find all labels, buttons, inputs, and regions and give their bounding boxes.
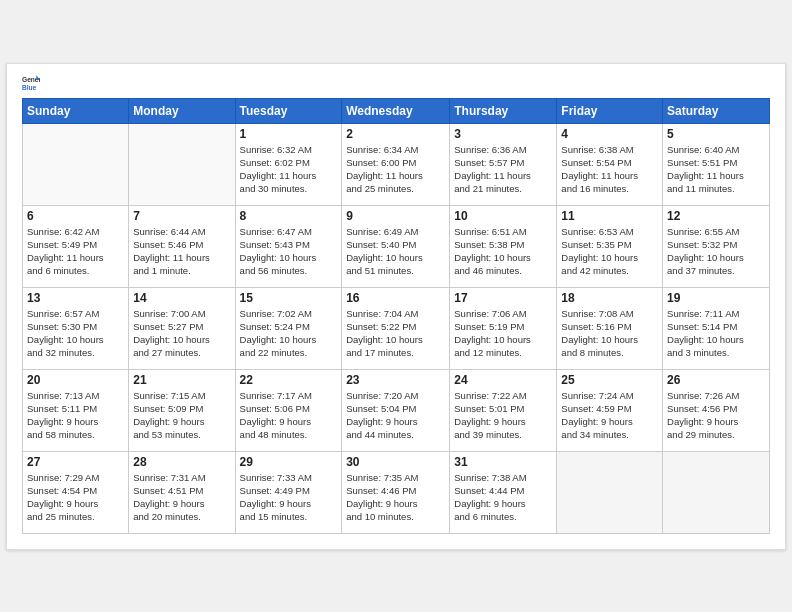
day-number: 21 xyxy=(133,373,230,387)
day-info: Sunrise: 7:38 AM Sunset: 4:44 PM Dayligh… xyxy=(454,471,552,524)
day-number: 30 xyxy=(346,455,445,469)
calendar-cell: 31Sunrise: 7:38 AM Sunset: 4:44 PM Dayli… xyxy=(450,451,557,533)
day-number: 22 xyxy=(240,373,338,387)
day-info: Sunrise: 7:33 AM Sunset: 4:49 PM Dayligh… xyxy=(240,471,338,524)
day-number: 7 xyxy=(133,209,230,223)
day-info: Sunrise: 7:22 AM Sunset: 5:01 PM Dayligh… xyxy=(454,389,552,442)
calendar-cell: 4Sunrise: 6:38 AM Sunset: 5:54 PM Daylig… xyxy=(557,123,663,205)
calendar-cell: 14Sunrise: 7:00 AM Sunset: 5:27 PM Dayli… xyxy=(129,287,235,369)
calendar-cell: 26Sunrise: 7:26 AM Sunset: 4:56 PM Dayli… xyxy=(663,369,770,451)
day-info: Sunrise: 7:24 AM Sunset: 4:59 PM Dayligh… xyxy=(561,389,658,442)
calendar-cell xyxy=(23,123,129,205)
day-info: Sunrise: 6:44 AM Sunset: 5:46 PM Dayligh… xyxy=(133,225,230,278)
calendar-cell: 30Sunrise: 7:35 AM Sunset: 4:46 PM Dayli… xyxy=(342,451,450,533)
day-info: Sunrise: 6:34 AM Sunset: 6:00 PM Dayligh… xyxy=(346,143,445,196)
day-info: Sunrise: 6:40 AM Sunset: 5:51 PM Dayligh… xyxy=(667,143,765,196)
weekday-header-saturday: Saturday xyxy=(663,98,770,123)
calendar-cell: 8Sunrise: 6:47 AM Sunset: 5:43 PM Daylig… xyxy=(235,205,342,287)
day-number: 15 xyxy=(240,291,338,305)
calendar-table: SundayMondayTuesdayWednesdayThursdayFrid… xyxy=(22,98,770,534)
weekday-header-wednesday: Wednesday xyxy=(342,98,450,123)
day-number: 20 xyxy=(27,373,124,387)
day-number: 16 xyxy=(346,291,445,305)
day-info: Sunrise: 7:06 AM Sunset: 5:19 PM Dayligh… xyxy=(454,307,552,360)
day-number: 27 xyxy=(27,455,124,469)
svg-text:Blue: Blue xyxy=(22,83,37,90)
calendar-cell: 1Sunrise: 6:32 AM Sunset: 6:02 PM Daylig… xyxy=(235,123,342,205)
calendar-cell: 24Sunrise: 7:22 AM Sunset: 5:01 PM Dayli… xyxy=(450,369,557,451)
day-number: 9 xyxy=(346,209,445,223)
day-number: 4 xyxy=(561,127,658,141)
calendar-cell: 12Sunrise: 6:55 AM Sunset: 5:32 PM Dayli… xyxy=(663,205,770,287)
day-info: Sunrise: 7:29 AM Sunset: 4:54 PM Dayligh… xyxy=(27,471,124,524)
calendar-cell: 16Sunrise: 7:04 AM Sunset: 5:22 PM Dayli… xyxy=(342,287,450,369)
calendar-row-4: 27Sunrise: 7:29 AM Sunset: 4:54 PM Dayli… xyxy=(23,451,770,533)
calendar-cell: 5Sunrise: 6:40 AM Sunset: 5:51 PM Daylig… xyxy=(663,123,770,205)
weekday-header-tuesday: Tuesday xyxy=(235,98,342,123)
day-info: Sunrise: 7:00 AM Sunset: 5:27 PM Dayligh… xyxy=(133,307,230,360)
day-info: Sunrise: 6:57 AM Sunset: 5:30 PM Dayligh… xyxy=(27,307,124,360)
calendar-cell: 29Sunrise: 7:33 AM Sunset: 4:49 PM Dayli… xyxy=(235,451,342,533)
day-number: 11 xyxy=(561,209,658,223)
weekday-header-sunday: Sunday xyxy=(23,98,129,123)
weekday-header-friday: Friday xyxy=(557,98,663,123)
day-info: Sunrise: 6:49 AM Sunset: 5:40 PM Dayligh… xyxy=(346,225,445,278)
calendar-cell: 7Sunrise: 6:44 AM Sunset: 5:46 PM Daylig… xyxy=(129,205,235,287)
day-number: 28 xyxy=(133,455,230,469)
calendar-cell xyxy=(129,123,235,205)
calendar-cell: 17Sunrise: 7:06 AM Sunset: 5:19 PM Dayli… xyxy=(450,287,557,369)
day-number: 18 xyxy=(561,291,658,305)
weekday-header-thursday: Thursday xyxy=(450,98,557,123)
day-info: Sunrise: 6:36 AM Sunset: 5:57 PM Dayligh… xyxy=(454,143,552,196)
day-number: 29 xyxy=(240,455,338,469)
day-number: 26 xyxy=(667,373,765,387)
calendar-cell xyxy=(663,451,770,533)
calendar-row-2: 13Sunrise: 6:57 AM Sunset: 5:30 PM Dayli… xyxy=(23,287,770,369)
calendar-row-3: 20Sunrise: 7:13 AM Sunset: 5:11 PM Dayli… xyxy=(23,369,770,451)
calendar-cell: 2Sunrise: 6:34 AM Sunset: 6:00 PM Daylig… xyxy=(342,123,450,205)
logo: General Blue xyxy=(22,74,44,92)
day-info: Sunrise: 7:35 AM Sunset: 4:46 PM Dayligh… xyxy=(346,471,445,524)
calendar-cell: 6Sunrise: 6:42 AM Sunset: 5:49 PM Daylig… xyxy=(23,205,129,287)
day-info: Sunrise: 7:15 AM Sunset: 5:09 PM Dayligh… xyxy=(133,389,230,442)
weekday-header-row: SundayMondayTuesdayWednesdayThursdayFrid… xyxy=(23,98,770,123)
calendar-cell: 20Sunrise: 7:13 AM Sunset: 5:11 PM Dayli… xyxy=(23,369,129,451)
day-number: 8 xyxy=(240,209,338,223)
day-info: Sunrise: 7:08 AM Sunset: 5:16 PM Dayligh… xyxy=(561,307,658,360)
day-info: Sunrise: 7:20 AM Sunset: 5:04 PM Dayligh… xyxy=(346,389,445,442)
calendar-cell: 10Sunrise: 6:51 AM Sunset: 5:38 PM Dayli… xyxy=(450,205,557,287)
calendar-cell: 27Sunrise: 7:29 AM Sunset: 4:54 PM Dayli… xyxy=(23,451,129,533)
day-info: Sunrise: 7:31 AM Sunset: 4:51 PM Dayligh… xyxy=(133,471,230,524)
day-number: 23 xyxy=(346,373,445,387)
calendar-cell: 22Sunrise: 7:17 AM Sunset: 5:06 PM Dayli… xyxy=(235,369,342,451)
day-number: 14 xyxy=(133,291,230,305)
calendar-cell: 25Sunrise: 7:24 AM Sunset: 4:59 PM Dayli… xyxy=(557,369,663,451)
calendar-cell: 19Sunrise: 7:11 AM Sunset: 5:14 PM Dayli… xyxy=(663,287,770,369)
day-number: 2 xyxy=(346,127,445,141)
calendar-cell: 13Sunrise: 6:57 AM Sunset: 5:30 PM Dayli… xyxy=(23,287,129,369)
day-info: Sunrise: 7:02 AM Sunset: 5:24 PM Dayligh… xyxy=(240,307,338,360)
day-number: 13 xyxy=(27,291,124,305)
day-number: 25 xyxy=(561,373,658,387)
header-section: General Blue xyxy=(22,74,770,92)
day-info: Sunrise: 6:38 AM Sunset: 5:54 PM Dayligh… xyxy=(561,143,658,196)
day-info: Sunrise: 7:04 AM Sunset: 5:22 PM Dayligh… xyxy=(346,307,445,360)
calendar-row-1: 6Sunrise: 6:42 AM Sunset: 5:49 PM Daylig… xyxy=(23,205,770,287)
calendar-cell: 9Sunrise: 6:49 AM Sunset: 5:40 PM Daylig… xyxy=(342,205,450,287)
day-info: Sunrise: 6:51 AM Sunset: 5:38 PM Dayligh… xyxy=(454,225,552,278)
day-info: Sunrise: 6:32 AM Sunset: 6:02 PM Dayligh… xyxy=(240,143,338,196)
day-info: Sunrise: 7:13 AM Sunset: 5:11 PM Dayligh… xyxy=(27,389,124,442)
day-info: Sunrise: 7:11 AM Sunset: 5:14 PM Dayligh… xyxy=(667,307,765,360)
day-number: 19 xyxy=(667,291,765,305)
day-number: 17 xyxy=(454,291,552,305)
weekday-header-monday: Monday xyxy=(129,98,235,123)
day-info: Sunrise: 7:17 AM Sunset: 5:06 PM Dayligh… xyxy=(240,389,338,442)
calendar-cell: 23Sunrise: 7:20 AM Sunset: 5:04 PM Dayli… xyxy=(342,369,450,451)
day-info: Sunrise: 6:42 AM Sunset: 5:49 PM Dayligh… xyxy=(27,225,124,278)
calendar-row-0: 1Sunrise: 6:32 AM Sunset: 6:02 PM Daylig… xyxy=(23,123,770,205)
day-info: Sunrise: 6:53 AM Sunset: 5:35 PM Dayligh… xyxy=(561,225,658,278)
day-info: Sunrise: 6:55 AM Sunset: 5:32 PM Dayligh… xyxy=(667,225,765,278)
day-number: 5 xyxy=(667,127,765,141)
day-number: 24 xyxy=(454,373,552,387)
day-number: 3 xyxy=(454,127,552,141)
